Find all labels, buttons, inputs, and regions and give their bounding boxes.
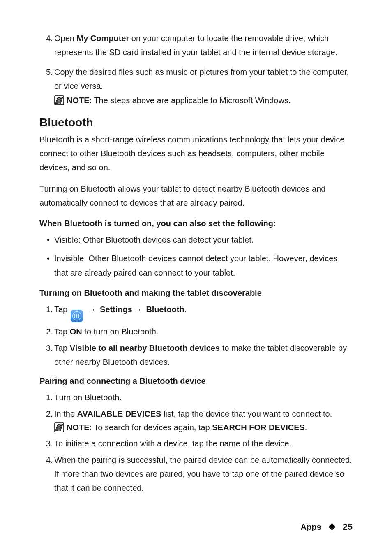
pairing-heading: Pairing and connecting a Bluetooth devic… — [39, 375, 353, 387]
list-number: 1. — [46, 390, 53, 404]
step-4-text: Open My Computer on your computer to loc… — [54, 34, 337, 57]
visibility-list: Visible: Other Bluetooth devices can det… — [39, 233, 353, 280]
on-label: ON — [70, 327, 82, 336]
note-row: NOTE: The steps above are applicable to … — [54, 94, 353, 107]
note-label: NOTE — [67, 96, 90, 105]
visibility-visible: Visible: Other Bluetooth devices can det… — [39, 233, 353, 247]
note-text: NOTE: The steps above are applicable to … — [67, 94, 353, 107]
page-number: 25 — [343, 522, 353, 532]
settings-label: Settings — [97, 305, 132, 314]
pair-step-1: 1. Turn on Bluetooth. — [39, 390, 353, 404]
list-number: 4. — [46, 31, 53, 45]
list-number: 4. — [46, 453, 53, 467]
steps-continued-list: 4. Open My Computer on your computer to … — [39, 31, 353, 107]
bluetooth-intro-1: Bluetooth is a short-range wireless comm… — [39, 132, 353, 174]
list-number: 2. — [46, 407, 53, 421]
pair-step-2: 2. In the AVAILABLE DEVICES list, tap th… — [39, 407, 353, 434]
note-icon — [54, 94, 64, 107]
footer-section: Apps — [301, 522, 321, 532]
available-devices-label: AVAILABLE DEVICES — [77, 409, 161, 418]
note-text: NOTE: To search for devices again, tap S… — [67, 421, 353, 434]
list-number: 3. — [46, 341, 53, 355]
pairing-steps: 1. Turn on Bluetooth. 2. In the AVAILABL… — [39, 390, 353, 495]
turn-on-step-3: 3. Tap Visible to all nearby Bluetooth d… — [39, 341, 353, 369]
pair-step-4: 4. When the pairing is successful, the p… — [39, 453, 353, 495]
arrow-icon: → — [86, 305, 97, 314]
when-on-heading: When Bluetooth is turned on, you can als… — [39, 217, 353, 230]
step-4: 4. Open My Computer on your computer to … — [39, 31, 353, 59]
list-number: 3. — [46, 436, 53, 450]
list-number: 2. — [46, 325, 53, 339]
turn-on-steps: 1. Tap → Settings→ Bluetooth. 2. Tap ON … — [39, 302, 353, 369]
bluetooth-intro-2: Turning on Bluetooth allows your tablet … — [39, 182, 353, 210]
diamond-icon — [328, 524, 335, 531]
list-number: 5. — [46, 65, 53, 79]
step-5: 5. Copy the desired files such as music … — [39, 65, 353, 107]
my-computer-label: My Computer — [76, 34, 129, 43]
pair-step-3: 3. To initiate a connection with a devic… — [39, 436, 353, 450]
page: 4. Open My Computer on your computer to … — [0, 0, 392, 557]
bluetooth-heading: Bluetooth — [39, 116, 353, 129]
turn-on-step-2: 2. Tap ON to turn on Bluetooth. — [39, 325, 353, 339]
turn-on-step-1: 1. Tap → Settings→ Bluetooth. — [39, 302, 353, 322]
bluetooth-label: Bluetooth — [144, 305, 184, 314]
list-number: 1. — [46, 302, 53, 316]
turn-on-heading: Turning on Bluetooth and making the tabl… — [39, 287, 353, 299]
note-icon — [54, 421, 64, 434]
apps-grid-icon — [71, 310, 83, 322]
step-5-text: Copy the desired files such as music or … — [54, 67, 349, 91]
note-row: NOTE: To search for devices again, tap S… — [54, 421, 353, 434]
visibility-invisible: Invisible: Other Bluetooth devices canno… — [39, 251, 353, 280]
search-for-devices-label: SEARCH FOR DEVICES — [212, 423, 305, 432]
page-footer: Apps 25 — [301, 522, 353, 532]
arrow-icon: → — [132, 305, 144, 314]
visible-to-all-label: Visible to all nearby Bluetooth devices — [70, 343, 220, 353]
note-label: NOTE — [67, 423, 90, 432]
